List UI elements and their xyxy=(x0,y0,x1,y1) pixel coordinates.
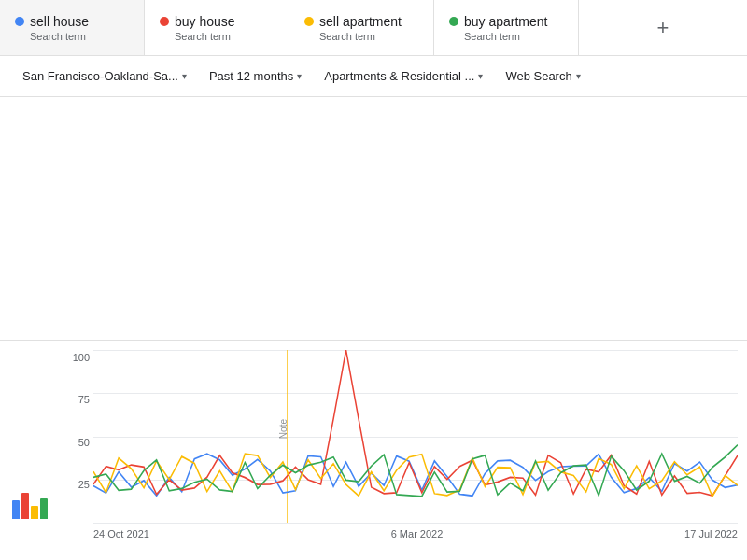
legend-bars xyxy=(12,493,48,519)
y-label-0: 100 xyxy=(56,352,93,363)
filter-label: Web Search xyxy=(505,69,571,83)
chart-main: 100755025 Note 24 Oct 20216 Mar 202217 J… xyxy=(56,350,747,545)
y-axis: 100755025 xyxy=(56,350,93,523)
filter-label: San Francisco-Oakland-Sa... xyxy=(22,69,178,83)
filter-location[interactable]: San Francisco-Oakland-Sa... ▾ xyxy=(15,63,194,89)
filter-label: Past 12 months xyxy=(209,69,293,83)
legend-bar-1 xyxy=(21,493,29,519)
filter-category[interactable]: Apartments & Residential ... ▾ xyxy=(317,63,490,89)
x-axis: 24 Oct 20216 Mar 202217 Jul 2022 xyxy=(93,523,738,545)
legend-bar-3 xyxy=(40,498,48,519)
search-term-buy-apartment[interactable]: buy apartment Search term xyxy=(434,0,579,55)
term-dot xyxy=(304,17,314,26)
term-dot xyxy=(15,17,24,26)
term-label: sell house xyxy=(15,14,129,29)
term-type: Search term xyxy=(15,31,129,42)
term-dot xyxy=(160,17,169,26)
chevron-down-icon: ▾ xyxy=(576,71,581,81)
x-label-1: 6 Mar 2022 xyxy=(391,528,444,539)
search-term-buy-house[interactable]: buy house Search term xyxy=(145,0,289,55)
term-name: sell house xyxy=(30,14,89,29)
chart-legend xyxy=(0,350,56,545)
x-label-2: 17 Jul 2022 xyxy=(684,528,738,539)
term-type: Search term xyxy=(449,31,563,42)
y-label-2: 50 xyxy=(56,437,93,448)
term-name: buy apartment xyxy=(464,14,548,29)
search-term-sell-house[interactable]: sell house Search term xyxy=(0,0,145,55)
filter-period[interactable]: Past 12 months ▾ xyxy=(202,63,309,89)
chart-svg xyxy=(93,350,738,523)
chart-loading-area xyxy=(0,97,747,340)
y-label-3: 25 xyxy=(56,479,93,490)
term-label: buy house xyxy=(160,14,274,29)
term-type: Search term xyxy=(304,31,418,42)
filter-label: Apartments & Residential ... xyxy=(324,69,474,83)
filters-bar: San Francisco-Oakland-Sa... ▾ Past 12 mo… xyxy=(0,56,747,97)
filter-searchType[interactable]: Web Search ▾ xyxy=(498,63,587,89)
term-type: Search term xyxy=(160,31,274,42)
term-label: sell apartment xyxy=(304,14,418,29)
chart-plot: Note xyxy=(93,350,738,523)
add-term-button[interactable]: + xyxy=(579,0,747,55)
legend-bar-2 xyxy=(31,506,38,519)
x-label-0: 24 Oct 2021 xyxy=(93,528,149,539)
legend-bar-0 xyxy=(12,500,20,519)
term-label: buy apartment xyxy=(449,14,563,29)
search-terms-bar: sell house Search term buy house Search … xyxy=(0,0,747,56)
chart-container: 100755025 Note 24 Oct 20216 Mar 202217 J… xyxy=(0,340,747,545)
y-label-1: 75 xyxy=(56,394,93,405)
chevron-down-icon: ▾ xyxy=(182,71,187,81)
term-name: sell apartment xyxy=(319,14,402,29)
search-term-sell-apartment[interactable]: sell apartment Search term xyxy=(289,0,434,55)
chevron-down-icon: ▾ xyxy=(297,71,302,81)
term-dot xyxy=(449,17,458,26)
chevron-down-icon: ▾ xyxy=(478,71,483,81)
term-name: buy house xyxy=(175,14,235,29)
